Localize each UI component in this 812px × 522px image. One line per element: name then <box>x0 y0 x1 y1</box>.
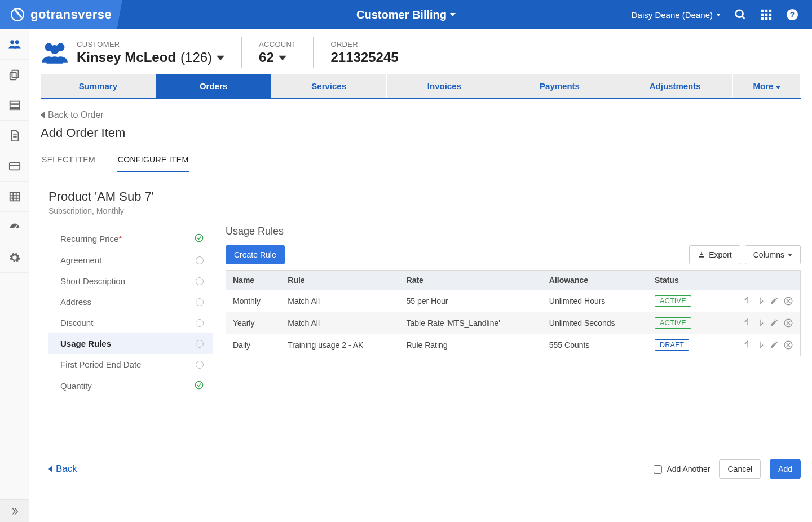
step-usage-rules[interactable]: Usage Rules <box>48 333 213 354</box>
tab-summary[interactable]: Summary <box>41 74 156 98</box>
rail-server[interactable] <box>0 90 29 121</box>
step-label: Discount <box>60 318 93 328</box>
step-label: Agreement <box>60 255 102 265</box>
step-first-period-end-date[interactable]: First Period End Date <box>48 354 213 375</box>
rail-document[interactable] <box>0 121 29 151</box>
svg-point-34 <box>50 45 59 54</box>
user-menu[interactable]: Daisy Deane (Deane) <box>632 10 721 20</box>
expand-rail[interactable] <box>0 499 29 522</box>
move-down-icon[interactable] <box>756 296 765 306</box>
back-button[interactable]: Back <box>48 463 77 475</box>
cell-allowance: Unlimited Hours <box>542 290 648 312</box>
cell-actions <box>714 290 800 312</box>
apps-icon[interactable] <box>760 8 773 21</box>
col-rate[interactable]: Rate <box>400 271 542 290</box>
create-rule-button[interactable]: Create Rule <box>226 245 285 264</box>
cell-rate: 55 per Hour <box>400 290 542 312</box>
move-up-icon[interactable] <box>743 296 752 306</box>
chevron-down-icon <box>776 86 780 89</box>
back-label: Back <box>56 463 77 475</box>
cell-rule: Training usage 2 - AK <box>281 334 399 356</box>
back-to-order-link[interactable]: Back to Order <box>41 110 801 120</box>
step-short-description[interactable]: Short Description <box>48 271 213 291</box>
svg-rect-17 <box>10 72 16 79</box>
step-label: Usage Rules <box>60 339 111 348</box>
svg-point-35 <box>195 234 202 241</box>
status-badge: ACTIVE <box>655 317 691 329</box>
usage-rules-table: NameRuleRateAllowanceStatus MonthlyMatch… <box>226 270 801 356</box>
tab-invoices[interactable]: Invoices <box>387 74 502 98</box>
delete-icon[interactable] <box>783 340 793 350</box>
tab-payments[interactable]: Payments <box>502 74 618 98</box>
svg-rect-23 <box>9 162 19 170</box>
move-down-icon[interactable] <box>756 318 765 328</box>
circle-icon <box>196 277 204 285</box>
col-rule[interactable]: Rule <box>281 271 399 290</box>
svg-rect-6 <box>761 14 764 16</box>
delete-icon[interactable] <box>783 296 793 306</box>
step-address[interactable]: Address <box>48 291 213 312</box>
brand-logo-icon <box>10 7 25 22</box>
section-dropdown[interactable]: Customer Billing <box>356 8 456 21</box>
tab-services[interactable]: Services <box>271 74 387 98</box>
status-badge: ACTIVE <box>655 295 691 307</box>
product-title: Product 'AM Sub 7' <box>48 189 801 204</box>
chevron-down-icon <box>279 50 286 65</box>
add-another-checkbox[interactable]: Add Another <box>654 465 710 474</box>
edit-icon[interactable] <box>770 340 779 350</box>
circle-icon <box>196 340 204 348</box>
step-label: Address <box>60 297 91 307</box>
add-button[interactable]: Add <box>770 459 801 479</box>
add-another-input[interactable] <box>654 465 662 474</box>
delete-icon[interactable] <box>783 318 793 328</box>
step-recurring-price[interactable]: Recurring Price* <box>48 228 213 250</box>
customer-id: (126) <box>180 50 212 65</box>
step-discount[interactable]: Discount <box>48 312 213 333</box>
svg-point-36 <box>195 381 202 388</box>
svg-rect-16 <box>12 70 18 77</box>
cancel-button[interactable]: Cancel <box>719 459 761 479</box>
tab-orders[interactable]: Orders <box>156 74 272 98</box>
circle-icon <box>196 256 204 264</box>
subtab-configure-item[interactable]: CONFIGURE ITEM <box>117 149 190 172</box>
move-up-icon[interactable] <box>743 318 752 328</box>
move-down-icon[interactable] <box>756 340 765 350</box>
move-up-icon[interactable] <box>743 340 752 350</box>
cell-rate: Table Rate 'MTS_Landline' <box>400 312 542 334</box>
rail-settings[interactable] <box>0 242 29 273</box>
cell-status: ACTIVE <box>648 312 714 334</box>
col-name[interactable]: Name <box>226 271 281 290</box>
account-label: ACCOUNT <box>259 40 296 48</box>
customer-dropdown[interactable]: Kinsey McLeod (126) <box>77 50 224 65</box>
chevron-down-icon <box>217 50 224 65</box>
step-quantity[interactable]: Quantity <box>48 375 213 397</box>
chevron-down-icon <box>450 13 456 16</box>
rail-dashboard[interactable] <box>0 212 29 242</box>
cell-rule: Match All <box>281 290 399 312</box>
help-icon[interactable]: ? <box>786 8 798 21</box>
account-dropdown[interactable]: 62 <box>259 50 296 65</box>
rail-table[interactable] <box>0 182 29 212</box>
document-icon <box>8 130 21 142</box>
svg-rect-8 <box>769 14 772 16</box>
tab-adjustments[interactable]: Adjustments <box>617 74 733 98</box>
cell-actions <box>714 334 800 356</box>
subtab-select-item[interactable]: SELECT ITEM <box>41 149 96 172</box>
col-status[interactable]: Status <box>648 271 714 290</box>
svg-text:?: ? <box>790 11 795 19</box>
account-value: 62 <box>259 50 274 65</box>
brand[interactable]: gotransverse <box>0 0 192 29</box>
edit-icon[interactable] <box>770 318 779 328</box>
step-agreement[interactable]: Agreement <box>48 250 213 271</box>
rail-copy[interactable] <box>0 60 29 90</box>
search-icon[interactable] <box>734 8 747 21</box>
table-row: DailyTraining usage 2 - AKRule Rating555… <box>226 334 801 356</box>
svg-rect-19 <box>10 105 19 108</box>
export-button[interactable]: Export <box>689 245 740 264</box>
tab-more[interactable]: More <box>733 74 801 98</box>
rail-customers[interactable] <box>0 29 29 60</box>
rail-card[interactable] <box>0 151 29 182</box>
columns-button[interactable]: Columns <box>745 245 801 264</box>
edit-icon[interactable] <box>770 296 779 306</box>
col-allowance[interactable]: Allowance <box>542 271 648 290</box>
